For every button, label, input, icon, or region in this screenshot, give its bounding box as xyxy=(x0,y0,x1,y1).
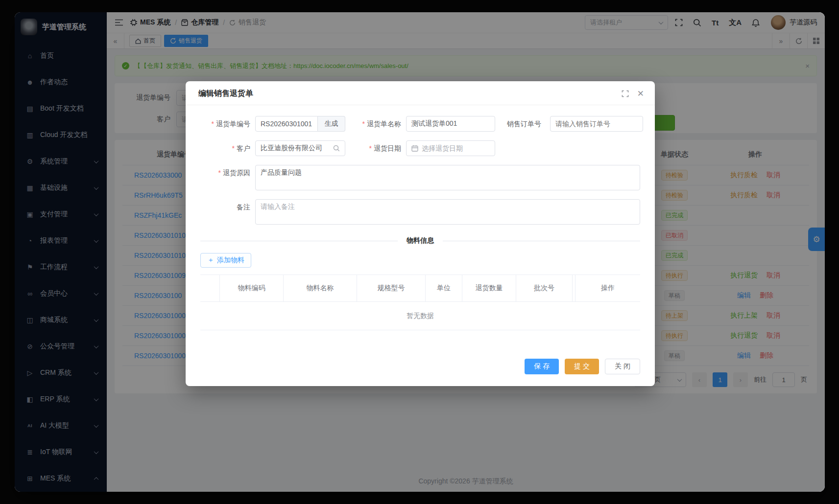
remark-label: 备注 xyxy=(200,199,255,225)
magnifier-icon xyxy=(333,145,340,152)
material-col-header: 单位 xyxy=(426,275,462,301)
field-return-date: 退货日期 xyxy=(345,140,495,156)
form-row-4: 备注 xyxy=(200,199,640,225)
return-date-label: 退货日期 xyxy=(345,140,406,156)
material-section-title: 物料信息 xyxy=(398,236,443,245)
plus-icon: ＋ xyxy=(207,256,214,265)
dialog-footer: 保 存 提 交 关 闭 xyxy=(186,352,655,386)
dialog-tools: ✕ xyxy=(622,90,644,98)
material-col-header: 操作 xyxy=(575,275,640,301)
field-order-no: 退货单编号 生成 xyxy=(200,116,345,132)
order-no-label: 退货单编号 xyxy=(200,116,255,132)
return-date-field[interactable] xyxy=(422,144,490,152)
material-col-header: 物料名称 xyxy=(284,275,357,301)
customer-input[interactable] xyxy=(255,140,345,156)
material-col-header: 物料编码 xyxy=(220,275,284,301)
dialog-close-icon[interactable]: ✕ xyxy=(637,90,644,98)
submit-button[interactable]: 提 交 xyxy=(565,359,599,374)
field-name: 退货单名称 xyxy=(345,116,495,132)
material-table-header: 物料编码物料名称规格型号单位退货数量批次号操作 xyxy=(200,275,640,302)
name-input[interactable] xyxy=(406,116,495,132)
name-label: 退货单名称 xyxy=(345,116,406,132)
material-col-header: 规格型号 xyxy=(357,275,426,301)
dialog-body: 退货单编号 生成 退货单名称 销售订单号 客户 xyxy=(186,105,655,352)
field-sales-order: 销售订单号 xyxy=(495,116,643,132)
sales-order-input[interactable] xyxy=(550,116,643,132)
save-button[interactable]: 保 存 xyxy=(525,359,559,374)
material-col-selection xyxy=(200,275,220,301)
material-table-empty: 暂无数据 xyxy=(200,302,640,330)
customer-field[interactable] xyxy=(261,144,333,152)
close-button[interactable]: 关 闭 xyxy=(605,359,640,374)
form-row-1: 退货单编号 生成 退货单名称 销售订单号 xyxy=(200,116,640,132)
add-material-label: 添加物料 xyxy=(217,256,244,265)
material-col-header: 退货数量 xyxy=(462,275,516,301)
edit-sales-return-dialog: 编辑销售退货单 ✕ 退货单编号 生成 退货单名称 销售订单号 xyxy=(186,81,655,386)
material-col-header: 批次号 xyxy=(516,275,573,301)
customer-label: 客户 xyxy=(200,140,255,156)
dialog-header: 编辑销售退货单 ✕ xyxy=(186,81,655,105)
generate-button[interactable]: 生成 xyxy=(318,116,345,132)
dialog-title: 编辑销售退货单 xyxy=(198,89,622,99)
calendar-icon xyxy=(411,145,418,152)
dialog-fullscreen-icon[interactable] xyxy=(622,90,629,97)
reason-textarea[interactable]: 产品质量问题 xyxy=(255,165,640,190)
form-row-2: 客户 退货日期 xyxy=(200,140,640,156)
reason-label: 退货原因 xyxy=(200,165,255,190)
field-customer: 客户 xyxy=(200,140,345,156)
order-no-input-group: 生成 xyxy=(255,116,345,132)
return-date-input[interactable] xyxy=(406,140,495,156)
form-row-3: 退货原因 产品质量问题 xyxy=(200,165,640,190)
remark-textarea[interactable] xyxy=(255,199,640,225)
add-material-button[interactable]: ＋ 添加物料 xyxy=(200,253,251,268)
order-no-input[interactable] xyxy=(255,116,318,132)
material-section-divider: 物料信息 xyxy=(200,236,640,245)
sales-order-label: 销售订单号 xyxy=(495,116,546,132)
